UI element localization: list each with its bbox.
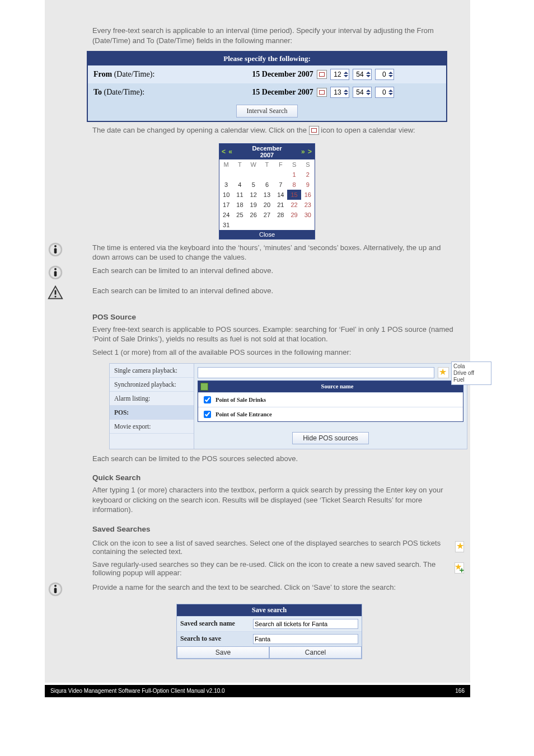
from-minutes-spinner[interactable]: 54 <box>353 69 372 80</box>
calendar-dow: S <box>301 159 315 170</box>
calendar-day[interactable]: 2 <box>301 170 315 180</box>
calendar-day[interactable]: 13 <box>260 190 274 200</box>
select-all-checkbox[interactable] <box>200 383 208 391</box>
pos-sidebar-item[interactable]: Single camera playback: <box>110 364 194 378</box>
calendar-day[interactable]: 9 <box>301 180 315 190</box>
pos-text-2: Select 1 (or more) from all of the avail… <box>36 348 498 358</box>
pos-source-row: Point of Sale Drinks <box>198 392 463 407</box>
calendar-day[interactable]: 6 <box>260 180 274 190</box>
calendar-day[interactable]: 11 <box>233 190 246 200</box>
from-hours-spinner[interactable]: 12 <box>330 69 349 80</box>
svg-point-2 <box>54 245 57 247</box>
quick-search-text: After typing 1 (or more) characters into… <box>36 485 498 515</box>
calendar-prev[interactable]: < « <box>222 148 233 156</box>
interval-search-button[interactable]: Interval Search <box>236 105 298 118</box>
calendar-dow: T <box>233 159 246 170</box>
info-icon <box>48 581 63 597</box>
info-icon <box>48 265 63 280</box>
pos-source-checkbox[interactable] <box>204 411 211 418</box>
saved-search-line-1: Click on the icon to see a list of saved… <box>36 537 498 558</box>
svg-point-6 <box>54 268 57 270</box>
calendar-day[interactable]: 1 <box>287 170 301 180</box>
calendar-dow: S <box>287 159 301 170</box>
interval-from-row: From (Date/Time): 15 December 2007 12 54… <box>88 65 446 83</box>
calendar-day[interactable]: 14 <box>274 190 287 200</box>
pos-sidebar-item[interactable]: Synchronized playback: <box>110 378 194 392</box>
calendar-day[interactable]: 16 <box>301 190 315 200</box>
pos-source-row: Point of Sale Entrance <box>198 407 463 421</box>
pos-sidebar-item[interactable]: Movie export: <box>110 420 194 434</box>
interval-from-date: 15 December 2007 <box>252 70 313 79</box>
to-minutes-spinner[interactable]: 54 <box>353 87 372 98</box>
calendar-day <box>274 220 287 230</box>
calendar-day[interactable]: 31 <box>219 220 233 230</box>
heading-saved-searches: Saved Searches <box>36 525 498 533</box>
calendar-day[interactable]: 29 <box>287 210 301 220</box>
from-seconds-spinner[interactable]: 0 <box>375 69 394 80</box>
calendar-day[interactable]: 5 <box>247 180 260 190</box>
pos-search-input[interactable] <box>198 367 434 378</box>
star-icon[interactable] <box>438 367 449 378</box>
calendar-day <box>247 220 260 230</box>
hide-pos-sources-button[interactable]: Hide POS sources <box>292 432 369 444</box>
svg-rect-9 <box>55 290 57 295</box>
calendar-day[interactable]: 25 <box>233 210 246 220</box>
calendar-day[interactable]: 26 <box>247 210 260 220</box>
calendar-icon[interactable] <box>317 70 327 79</box>
to-hours-spinner[interactable]: 13 <box>330 87 349 98</box>
calendar-close-button[interactable]: Close <box>219 230 315 239</box>
calendar-day[interactable]: 21 <box>274 200 287 210</box>
calendar-day[interactable]: 23 <box>301 200 315 210</box>
calendar-day[interactable]: 20 <box>260 200 274 210</box>
pos-main: ColaDrive offFuel Source name Point of S… <box>194 363 467 449</box>
pos-sidebar-item[interactable]: Alarm listing: <box>110 392 194 406</box>
cancel-button[interactable]: Cancel <box>269 646 362 659</box>
calendar-day[interactable]: 17 <box>219 200 233 210</box>
saved-search-name-input[interactable] <box>253 619 358 629</box>
calendar-day <box>301 220 315 230</box>
saved-search-option[interactable]: Drive off <box>453 370 489 377</box>
pos-source-checkbox[interactable] <box>204 396 211 403</box>
calendar-day[interactable]: 12 <box>247 190 260 200</box>
calendar-day[interactable]: 24 <box>219 210 233 220</box>
calendar-day[interactable]: 30 <box>301 210 315 220</box>
calendar-day[interactable]: 15 <box>287 190 301 200</box>
calendar-day[interactable]: 10 <box>219 190 233 200</box>
info-icon <box>48 242 63 257</box>
saved-search-name-label: Saved search name <box>180 619 253 628</box>
calendar-dow: T <box>260 159 274 170</box>
interval-to-label-suffix: (Date/Time): <box>102 88 144 96</box>
calendar-icon[interactable] <box>309 126 319 135</box>
pos-saved-searches-dropdown[interactable]: ColaDrive offFuel <box>451 361 491 385</box>
warning-icon <box>48 285 63 300</box>
star-plus-icon[interactable] <box>455 562 464 574</box>
search-to-save-input[interactable] <box>253 634 358 644</box>
calendar-day <box>287 220 301 230</box>
calendar-day[interactable]: 22 <box>287 200 301 210</box>
calendar-day[interactable]: 8 <box>287 180 301 190</box>
svg-point-10 <box>54 295 56 297</box>
calendar-day[interactable]: 4 <box>233 180 246 190</box>
pos-sidebar-item[interactable]: POS: <box>110 406 194 420</box>
calendar-day[interactable]: 7 <box>274 180 287 190</box>
calendar-popup: < « December2007 » > MTWTFSS 12345678910… <box>219 143 315 240</box>
note-each-search-2: Each search can be limited to an interva… <box>92 286 464 296</box>
to-seconds-spinner[interactable]: 0 <box>375 87 394 98</box>
pos-source-name: Point of Sale Entrance <box>216 411 272 417</box>
note-each-search: Each search can be limited to an interva… <box>92 266 464 276</box>
saved-search-option[interactable]: Fuel <box>453 377 489 383</box>
saved-search-option[interactable]: Cola <box>453 363 489 370</box>
calendar-day <box>247 170 260 180</box>
calendar-icon[interactable] <box>317 88 327 97</box>
star-icon[interactable] <box>455 541 464 552</box>
calendar-next[interactable]: » > <box>301 148 312 156</box>
save-button[interactable]: Save <box>177 646 269 659</box>
calendar-day[interactable]: 18 <box>233 200 246 210</box>
calendar-day[interactable]: 28 <box>274 210 287 220</box>
calendar-day[interactable]: 19 <box>247 200 260 210</box>
interval-to-date: 15 December 2007 <box>252 88 313 97</box>
svg-rect-3 <box>54 248 57 253</box>
calendar-day[interactable]: 3 <box>219 180 233 190</box>
note-time-entry: The time is entered via the keyboard int… <box>92 243 464 262</box>
calendar-day[interactable]: 27 <box>260 210 274 220</box>
